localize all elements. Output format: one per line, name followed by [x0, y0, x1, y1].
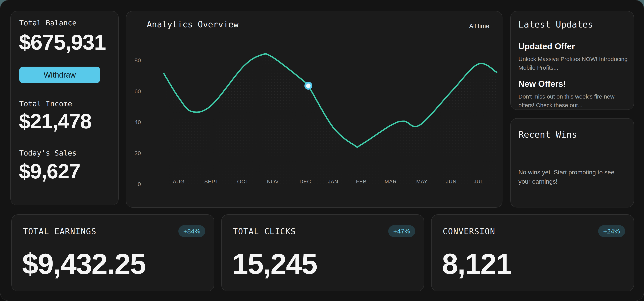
- conversion-card: CONVERSION +24% 8,121: [431, 214, 634, 291]
- y-axis-tick: 0: [138, 181, 141, 187]
- growth-badge: +47%: [388, 225, 415, 237]
- growth-badge: +24%: [598, 225, 625, 237]
- y-axis-tick: 20: [134, 150, 141, 156]
- update-item-body: Don't miss out on this week's fire new o…: [518, 92, 630, 109]
- time-range-filter[interactable]: All time: [469, 23, 489, 29]
- latest-updates-card: Latest Updates Updated Offer Unlock Mass…: [510, 11, 634, 110]
- todays-sales-label: Today's Sales: [19, 149, 76, 157]
- x-axis-month-label: OCT: [237, 179, 249, 185]
- x-axis-month-label: MAY: [416, 179, 428, 185]
- total-earnings-card: TOTAL EARNINGS +84% $9,432.25: [11, 214, 214, 291]
- total-clicks-card: TOTAL CLICKS +47% 15,245: [221, 214, 424, 291]
- recent-wins-card: Recent Wins No wins yet. Start promoting…: [510, 118, 634, 208]
- conversion-value: 8,121: [442, 250, 511, 278]
- x-axis-month-label: JUN: [446, 179, 456, 185]
- x-axis-month-label: JAN: [328, 179, 338, 185]
- divider: [19, 142, 108, 142]
- latest-updates-title: Latest Updates: [518, 20, 593, 29]
- total-balance-label: Total Balance: [19, 19, 76, 26]
- conversion-label: CONVERSION: [443, 228, 495, 236]
- y-axis-tick: 40: [134, 119, 141, 125]
- dashboard-shell: Total Balance $675,931 Withdraw Total In…: [0, 0, 644, 301]
- update-item-heading[interactable]: Updated Offer: [518, 42, 575, 51]
- x-axis-month-label: DEC: [300, 179, 311, 185]
- todays-sales-value: $9,627: [19, 161, 80, 182]
- x-axis-month-label: MAR: [384, 179, 397, 185]
- x-axis-month-label: AUG: [173, 179, 184, 185]
- chart-highlight-marker: [305, 83, 312, 89]
- analytics-card: 020406080AUGSEPTOCTNOVDECJANFEBMARMAYJUN…: [126, 11, 502, 208]
- withdraw-button[interactable]: Withdraw: [19, 67, 100, 83]
- x-axis-month-label: NOV: [267, 179, 279, 185]
- total-clicks-label: TOTAL CLICKS: [233, 228, 296, 236]
- update-item-heading[interactable]: New Offers!: [518, 80, 566, 88]
- total-balance-value: $675,931: [19, 31, 106, 53]
- x-axis-month-label: FEB: [356, 179, 366, 185]
- total-income-label: Total Income: [19, 100, 72, 107]
- x-axis-month-label: SEPT: [204, 179, 218, 185]
- chart-area-fill: [164, 54, 497, 184]
- growth-badge: +84%: [178, 225, 205, 237]
- recent-wins-empty-message: No wins yet. Start promoting to see your…: [518, 168, 622, 186]
- analytics-title: Analytics Overview: [147, 20, 238, 29]
- total-clicks-value: 15,245: [232, 250, 317, 278]
- analytics-line-chart: 020406080AUGSEPTOCTNOVDECJANFEBMARMAYJUN…: [126, 11, 502, 207]
- total-earnings-label: TOTAL EARNINGS: [23, 228, 96, 236]
- total-earnings-value: $9,432.25: [22, 250, 146, 278]
- total-income-value: $21,478: [19, 111, 91, 132]
- update-item-body: Unlock Massive Profites NOW! Introducing…: [518, 55, 630, 72]
- balance-card: Total Balance $675,931 Withdraw Total In…: [10, 11, 119, 205]
- y-axis-tick: 60: [134, 88, 141, 94]
- x-axis-month-label: JUL: [474, 179, 484, 185]
- divider: [19, 92, 108, 92]
- y-axis-tick: 80: [134, 57, 141, 63]
- recent-wins-title: Recent Wins: [518, 130, 577, 139]
